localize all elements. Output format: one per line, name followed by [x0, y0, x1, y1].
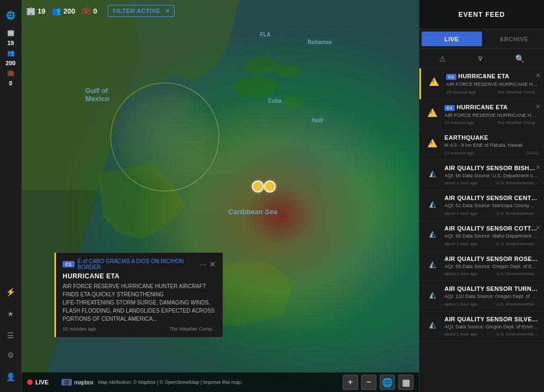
popup-title: HURRICANE ETA: [63, 272, 216, 280]
map-bottom-bar: LIVE ⬛ mapbox Map Attribution: © Mapbox …: [22, 372, 419, 392]
event-time: about 1 hour ago: [444, 332, 478, 337]
map-controls: + − 🌐 ▦: [343, 375, 413, 390]
sidebar-icon-user-bottom[interactable]: 👤: [2, 368, 20, 385]
event-close-icon[interactable]: ✕: [535, 164, 541, 171]
zoom-out-button[interactable]: −: [361, 375, 376, 390]
right-panel: EVENT FEED LIVE ARCHIVE ⚠ ⛛ 🔍 ! C1 HURRI…: [419, 0, 544, 392]
event-body: AIR QUALITY SENSOR COTTONWOOD ... AQI: 6…: [444, 225, 539, 246]
event-feed[interactable]: ! C1 HURRICANE ETA AIR FORCE RESERVE HUR…: [419, 69, 544, 392]
sidebar-icon-lightning[interactable]: ⚡: [2, 283, 20, 301]
event-source: U.S. Environmental ...: [496, 211, 539, 216]
popup-close-icon[interactable]: ✕: [209, 260, 216, 269]
event-item[interactable]: ◭ AIR QUALITY SENSOR TURNER - CJHS AQI: …: [419, 281, 544, 312]
sidebar-icon-layers[interactable]: ☰: [2, 327, 20, 344]
air-quality-icon: ◭: [429, 259, 436, 269]
event-footer: 15 minutes ago The Weather Comp...: [446, 90, 539, 95]
event-close-icon[interactable]: ✕: [535, 72, 541, 79]
layers-button[interactable]: ▦: [398, 375, 413, 390]
event-item[interactable]: ◭ AIR QUALITY SENSOR SILVERTON... AQI: D…: [419, 312, 544, 342]
event-title: AIR QUALITY SENSOR TURNER - CJHS: [444, 285, 539, 292]
sidebar-icon-star[interactable]: ★: [2, 305, 20, 322]
alerts-count: 0: [9, 80, 12, 86]
tab-live[interactable]: LIVE: [422, 32, 482, 46]
event-time: about 1 hour ago: [444, 241, 478, 246]
event-description: AQI: 68 Data Source: Oregon Dept. of Env…: [444, 263, 539, 270]
event-body: AIR QUALITY SENSOR CENTRAL PHO... AQI: 5…: [444, 195, 539, 216]
event-title: AIR QUALITY SENSOR CENTRAL PHO...: [444, 195, 539, 201]
event-item[interactable]: ◭ AIR QUALITY SENSOR COTTONWOOD ... AQI:…: [419, 221, 544, 251]
event-source: USGS: [526, 151, 539, 155]
event-icon: !: [425, 135, 440, 151]
event-icon: ◭: [425, 226, 440, 241]
funnel-filter-icon[interactable]: ⛛: [472, 52, 489, 65]
event-footer: 15 minutes ago USGS: [444, 151, 539, 155]
live-label: LIVE: [35, 379, 48, 385]
event-description: AQI: 66 Data Source: Idaho Department of…: [444, 233, 539, 240]
incidents-count: 19: [7, 40, 14, 46]
event-body: AIR QUALITY SENSOR SILVERTON... AQI: Dat…: [444, 316, 539, 337]
event-footer: about 1 hour ago U.S. Environmental ...: [444, 302, 539, 307]
users-icon: 👥: [7, 49, 15, 57]
incidents-top-count: 19: [38, 7, 45, 15]
sidebar-icon-globe[interactable]: 🌐: [2, 7, 20, 24]
event-time: about 1 hour ago: [444, 211, 478, 216]
event-popup: C1 E of CABO GRACIAS A DIOS ON NIC/HON B…: [54, 252, 223, 338]
event-source: The Weather Comp...: [497, 90, 539, 95]
event-close-icon[interactable]: ✕: [535, 224, 541, 232]
event-description: AQI: Data Source: Oregon Dept. of Enviro…: [444, 323, 539, 331]
event-item[interactable]: ◭ AIR QUALITY SENSOR ROSEBURG - G... AQI…: [419, 251, 544, 282]
popup-time: 15 minutes ago: [63, 326, 96, 332]
search-icon[interactable]: 🔍: [511, 52, 529, 65]
filter-badge[interactable]: FILTER ACTIVE ×: [108, 5, 175, 17]
warning-triangle-icon: !: [429, 77, 439, 86]
filter-close-icon[interactable]: ×: [166, 7, 170, 15]
popup-dots-icon[interactable]: ···: [200, 260, 206, 269]
panel-tabs: LIVE ARCHIVE: [419, 29, 544, 49]
mapbox-icon: ⬛: [61, 379, 72, 385]
incidents-top-icon: 🏢: [26, 7, 35, 15]
map-marker-2[interactable]: [264, 181, 276, 192]
warning-filter-icon[interactable]: ⚠: [435, 52, 450, 65]
live-dot: [27, 379, 33, 385]
event-source: U.S. Environmental ...: [496, 271, 539, 276]
event-description: AIR FORCE RESERVE HURRICANE HUNTER AIRCR…: [444, 112, 539, 119]
event-icon: ◭: [425, 287, 440, 302]
tab-archive[interactable]: ARCHIVE: [484, 29, 545, 48]
zoom-in-button[interactable]: +: [343, 375, 358, 390]
event-footer: about 1 hour ago U.S. Environmental ...: [444, 241, 539, 246]
event-time: 15 minutes ago: [444, 151, 474, 155]
event-description: AQI: 51 Data Source: Maricopa County Air…: [444, 202, 539, 209]
event-footer: 15 minutes ago The Weather Comp...: [444, 120, 539, 125]
event-item[interactable]: ◭ AIR QUALITY SENSOR BISHKEK AQI: 66 Dat…: [419, 160, 544, 191]
event-description: M 4.0 - 9 km ENE of Pāhala, Hawaii: [444, 142, 539, 149]
popup-location: E of CABO GRACIAS A DIOS ON NIC/HON BORD…: [78, 258, 200, 270]
event-time: 15 minutes ago: [444, 120, 474, 125]
event-close-icon[interactable]: ✕: [535, 103, 541, 110]
popup-description: AIR FORCE RESERVE HURRICANE HUNTER AIRCR…: [63, 282, 216, 323]
event-item[interactable]: ! EARTHQUAKE M 4.0 - 9 km ENE of Pāhala,…: [419, 130, 544, 160]
stat-incidents: 🏢: [7, 29, 15, 36]
sidebar-icon-settings-bottom[interactable]: ⚙: [2, 346, 20, 364]
event-item[interactable]: ! C1 HURRICANE ETA AIR FORCE RESERVE HUR…: [419, 69, 544, 99]
event-source: U.S. Environmental ...: [496, 302, 539, 307]
warning-triangle-icon: !: [428, 139, 437, 147]
event-item[interactable]: ! C1 HURRICANE ETA AIR FORCE RESERVE HUR…: [419, 99, 544, 130]
event-title: AIR QUALITY SENSOR COTTONWOOD ...: [444, 225, 539, 232]
event-title: AIR QUALITY SENSOR ROSEBURG - G...: [444, 256, 539, 262]
alerts-icon: 💼: [7, 70, 15, 77]
stat-users: 👥: [7, 49, 15, 57]
air-quality-icon: ◭: [429, 289, 436, 300]
mapbox-label: mapbox: [74, 379, 94, 385]
event-title: C1 HURRICANE ETA: [444, 104, 539, 111]
event-item[interactable]: ◭ AIR QUALITY SENSOR CENTRAL PHO... AQI:…: [419, 190, 544, 221]
air-quality-icon: ◭: [429, 168, 436, 178]
panel-title: EVENT FEED: [459, 11, 505, 18]
warning-triangle-icon: !: [428, 108, 437, 117]
map-container[interactable]: 🏢 19 👥 200 💼 0 FILTER ACTIVE × Gulf ofMe…: [22, 0, 419, 392]
stat-badge-alerts: 💼 0: [82, 7, 97, 15]
map-marker-1[interactable]: [252, 181, 264, 192]
event-time: 15 minutes ago: [446, 90, 476, 95]
globe-toggle-button[interactable]: 🌐: [380, 375, 395, 390]
event-footer: about 1 hour ago U.S. Environmental ...: [444, 332, 539, 337]
users-top-icon: 👥: [52, 7, 61, 15]
